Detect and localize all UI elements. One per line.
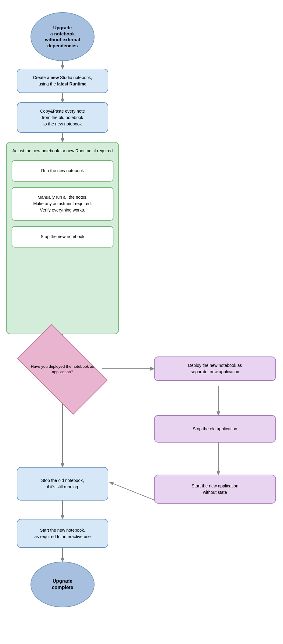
step4-box: Stop the old notebook, if it's still run… bbox=[17, 467, 108, 501]
right3-box: Start the new application without state bbox=[154, 475, 276, 504]
right3-label: Start the new application without state bbox=[189, 480, 241, 498]
step3-outer-label: Adjust the new notebook for new Runtime,… bbox=[12, 148, 113, 154]
right1-box: Deploy the new notebook as separate, new… bbox=[154, 356, 276, 381]
step2-box: Copy&Paste every note from the old noteb… bbox=[17, 102, 108, 133]
step5-label: Start the new notebook, as required for … bbox=[32, 525, 93, 542]
step1-label: Create a new Studio notebook,using the l… bbox=[30, 72, 95, 90]
end-circle-label: Upgrade complete bbox=[52, 578, 73, 591]
step3c-box: Stop the new notebook bbox=[12, 226, 113, 248]
diamond-container: Have you deployed the notebook as applic… bbox=[23, 345, 102, 394]
step3a-box: Run the new notebook bbox=[12, 160, 113, 182]
step1-box: Create a new Studio notebook,using the l… bbox=[17, 69, 108, 93]
step3c-label: Stop the new notebook bbox=[41, 234, 84, 240]
start-circle-label: Upgrade a notebook without external depe… bbox=[45, 25, 80, 49]
step3b-label: Manually run all the notes. Make any adj… bbox=[33, 194, 92, 213]
start-circle: Upgrade a notebook without external depe… bbox=[30, 12, 95, 61]
step5-box: Start the new notebook, as required for … bbox=[17, 519, 108, 548]
right2-label: Stop the old application bbox=[190, 423, 240, 435]
right2-box: Stop the old application bbox=[154, 415, 276, 443]
right1-label: Deploy the new notebook as separate, new… bbox=[186, 360, 245, 378]
step3a-label: Run the new notebook bbox=[41, 168, 84, 174]
diamond-label: Have you deployed the notebook as applic… bbox=[23, 345, 102, 394]
diagram: Upgrade a notebook without external depe… bbox=[0, 6, 283, 644]
step4-label: Stop the old notebook, if it's still run… bbox=[39, 475, 86, 493]
end-circle: Upgrade complete bbox=[30, 562, 95, 607]
step3b-box: Manually run all the notes. Make any adj… bbox=[12, 187, 113, 221]
step2-label: Copy&Paste every note from the old noteb… bbox=[38, 106, 87, 130]
step3-outer-box: Adjust the new notebook for new Runtime,… bbox=[6, 142, 119, 334]
svg-line-8 bbox=[110, 482, 154, 500]
